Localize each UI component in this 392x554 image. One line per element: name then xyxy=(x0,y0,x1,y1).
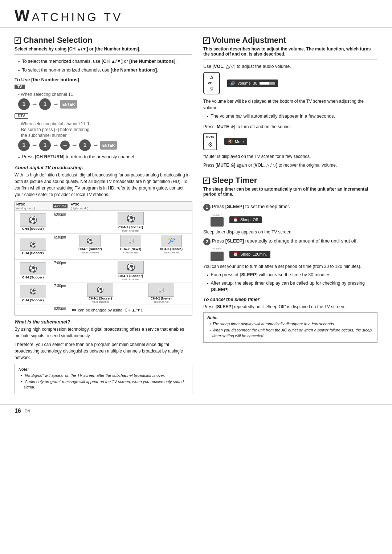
dtv-arrow1: → xyxy=(31,142,38,149)
sleep-button-2[interactable] xyxy=(211,252,224,261)
sleep-note-box: Note: • The sleep timer display will aut… xyxy=(203,312,377,343)
vol-bar-fill xyxy=(260,82,269,85)
vol-bullets: • The volume bar will automatically disa… xyxy=(203,113,377,121)
ch-enter-button[interactable]: ENTER xyxy=(60,100,77,109)
dtv-num-1: 1 xyxy=(18,139,30,151)
grid-row-600: CH4 (Soccer) 6:00pm CH4-1 (Soccer) main … xyxy=(15,211,192,234)
vol-bar-value: 30 xyxy=(253,81,257,85)
ch-return-list: • Press [CH RETURN] to return to the pre… xyxy=(15,154,192,161)
subchannel-label-4: subchannel xyxy=(154,300,168,304)
page-number: 16 xyxy=(15,408,21,414)
atsc-ch4-1-block-4: CH4-1 (Soccer) main channel xyxy=(70,284,130,304)
atsc-ch4-2-block: CH4-2 (News) subchannel xyxy=(111,235,151,254)
channel-note-2: • "Audio only program" message will appe… xyxy=(21,379,188,390)
channel-selection-bullets: • To select the memorized channels, use … xyxy=(15,58,192,74)
ntsc-header: NTSC (analog mode) xyxy=(15,202,51,211)
step-2-number: 2 xyxy=(203,238,211,245)
sleep-note-1: • The sleep timer display will automatic… xyxy=(209,321,373,327)
ch-num-1: 1 xyxy=(18,98,30,110)
vol-speaker-icon: 🔊 xyxy=(230,81,235,86)
ntsc-ch4-soccer-img-1 xyxy=(20,213,46,227)
sleep-step1-row: 1 Press [SLEEP] to set the sleep timer. xyxy=(203,204,377,211)
page: WATCHING TV Channel Selection Select cha… xyxy=(0,0,392,554)
atsc-600: CH4-1 (Soccer) main channel xyxy=(69,211,192,233)
dtv-enter-button[interactable]: ENTER xyxy=(100,141,117,150)
bullet-item: • To select the memorized channels, use … xyxy=(18,58,192,66)
atsc-ch4-3-block: CH4-3 (Tennis) subchannel xyxy=(151,235,191,254)
ch-num-1b: 1 xyxy=(39,98,51,110)
sleep-checkbox-icon xyxy=(203,178,210,184)
time-700: 7:00pm xyxy=(51,260,69,282)
ntsc-ch4-soccer-img-3 xyxy=(20,262,46,275)
mute-symbol: ※ xyxy=(208,141,213,148)
channel-note-list: • "No Signal" will appear on the TV scre… xyxy=(19,373,188,390)
vol-up-icon: △ xyxy=(210,75,213,80)
sleep-timer-section: Sleep Timer The sleep timer can be set t… xyxy=(203,176,377,343)
ch-arrow2: → xyxy=(52,101,59,108)
sleep-step2-body: You can set your unit to turn off after … xyxy=(203,263,377,270)
atsc-ch4-2-label: CH4-2 (News) xyxy=(120,247,141,251)
can-change-note: ⇔ can be changed by using [CH ▲/▼]. xyxy=(69,305,192,315)
sleep-step1-body: Sleep timer display appears on the TV sc… xyxy=(203,229,377,235)
dtv-note2: Be sure to press [−] before entering xyxy=(21,127,192,132)
ntsc-ch4-label-3: CH4 (Soccer) xyxy=(22,275,44,279)
atsc-header: ATSC (digital mode) xyxy=(69,202,192,211)
cancel-sleep-body: Press [SLEEP] repeatedly until "Sleep Of… xyxy=(203,304,377,310)
vol-button[interactable]: △ VOL. ▽ xyxy=(203,72,220,94)
ntsc-ch4-label-2: CH4 (Soccer) xyxy=(22,251,44,255)
page-footer: 16 EN xyxy=(0,404,392,417)
sleep-button-1[interactable] xyxy=(211,217,224,227)
sleep-bullets: • Each press of [SLEEP] will increase th… xyxy=(203,272,377,293)
vol-down-icon: ▽ xyxy=(210,87,213,91)
vol-body1: The volume bar will be displayed at the … xyxy=(203,98,377,111)
dtv-dash: − xyxy=(60,140,70,150)
dtv-num-1b: 1 xyxy=(39,139,51,151)
air-time-header: Air time xyxy=(51,202,69,211)
vol-bullet1: • The volume bar will automatically disa… xyxy=(207,113,377,121)
sleep-icon-2: ⏰ xyxy=(233,252,238,257)
atsc-ch4-2-img xyxy=(120,235,141,247)
volume-title: Volume Adjustment xyxy=(203,36,377,45)
sleep-note-title: Note: xyxy=(207,315,373,320)
sleep-bullet2: • After setup, the sleep timer display c… xyxy=(207,280,377,293)
atsc-ch4-3-img xyxy=(161,235,182,247)
ch-return-item: • Press [CH RETURN] to return to the pre… xyxy=(18,154,192,161)
atsc-ch4-2-label-4: CH4-2 (News) xyxy=(151,297,172,300)
mute-button[interactable]: MUTE ※ xyxy=(203,133,217,150)
main-channel-label-2: main channel xyxy=(82,251,99,254)
atsc-ch4-2-img-4 xyxy=(148,284,174,297)
grid-header-row: NTSC (analog mode) Air time ATSC (digita… xyxy=(15,202,192,211)
vol-instruction: Use [VOL. △/▽] to adjust the audio volum… xyxy=(203,64,377,69)
sleep-note-list: • The sleep timer display will automatic… xyxy=(207,321,373,339)
sleep-timer-subtitle: The sleep timer can be set to automatica… xyxy=(203,187,377,197)
dtv-arrow2: → xyxy=(52,142,59,149)
atsc-ch4-1-label-4: CH4-1 (Soccer) xyxy=(89,297,112,300)
what-sub-heading: What is the subchannel? xyxy=(15,319,192,325)
checkbox-icon xyxy=(15,37,21,44)
cancel-sleep-heading: To cancel the sleep timer xyxy=(203,297,377,302)
atsc-ch4-1-label-2: CH4-1 (Soccer) xyxy=(78,247,102,251)
what-sub-body1: By using high compression technology, di… xyxy=(15,326,192,339)
grid-row-630: CH4 (Soccer) 6:30pm CH4-1 (Soccer) main … xyxy=(15,234,192,260)
channel-selection-section: Channel Selection Select channels by usi… xyxy=(15,36,192,394)
sleep-button-wrap-1: SLEEP ⏰ Sleep Off xyxy=(211,213,377,227)
main-channel-label-4: main channel xyxy=(91,300,109,304)
dtv-mode-badge: DTV xyxy=(15,113,28,119)
time-800: 8:00pm xyxy=(51,305,69,315)
channel-note-1: • "No Signal" will appear on the TV scre… xyxy=(21,373,188,378)
time-730: 7:30pm xyxy=(51,282,69,305)
channel-note-title: Note: xyxy=(19,367,188,371)
sleep-step2-row: 2 Press [SLEEP] repeatedly to change the… xyxy=(203,238,377,245)
digital-broadcasting-body: With its high definition broadcast, digi… xyxy=(15,172,192,198)
grid-row-700: CH4 (Soccer) 7:00pm CH4-1 (Soccer) main … xyxy=(15,260,192,282)
number-buttons-heading: To Use [the Number buttons] xyxy=(15,77,192,82)
step-1-number: 1 xyxy=(203,204,211,211)
tv-channel-diagram: 1 → 1 → ENTER xyxy=(18,98,192,110)
bullet-dot: • xyxy=(18,59,20,66)
ntsc-ch4-label-1: CH4 (Soccer) xyxy=(22,227,44,231)
mute-wrapper: MUTE ※ 🔇 Mute xyxy=(203,133,377,150)
tv-mode-badge: TV xyxy=(15,85,25,89)
ntsc-ch4-soccer-img-2 xyxy=(20,238,46,251)
mute-display: 🔇 Mute xyxy=(224,138,247,145)
subchannel-label-2: subchannel xyxy=(164,251,179,254)
